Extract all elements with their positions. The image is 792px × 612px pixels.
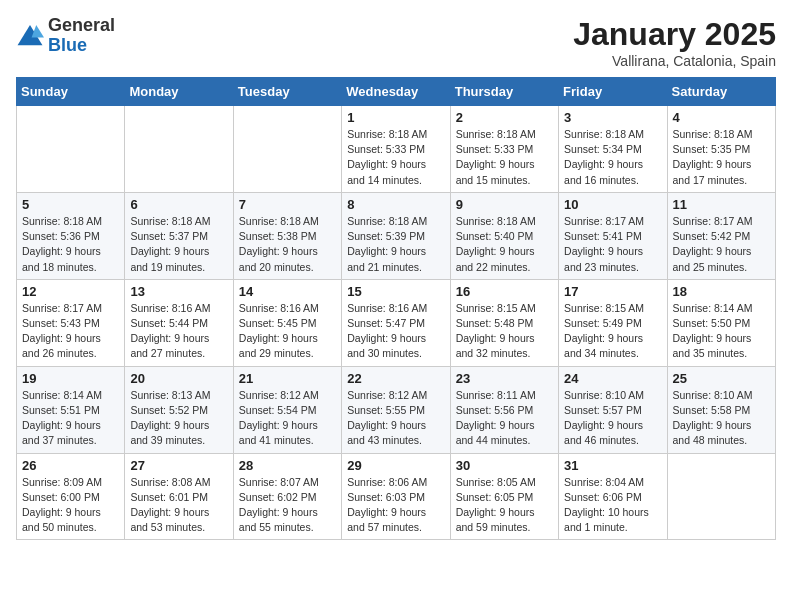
calendar-cell: 4Sunrise: 8:18 AM Sunset: 5:35 PM Daylig… bbox=[667, 106, 775, 193]
calendar-cell: 7Sunrise: 8:18 AM Sunset: 5:38 PM Daylig… bbox=[233, 192, 341, 279]
day-info: Sunrise: 8:12 AM Sunset: 5:54 PM Dayligh… bbox=[239, 388, 336, 449]
calendar-cell: 27Sunrise: 8:08 AM Sunset: 6:01 PM Dayli… bbox=[125, 453, 233, 540]
calendar-week-5: 26Sunrise: 8:09 AM Sunset: 6:00 PM Dayli… bbox=[17, 453, 776, 540]
day-number: 23 bbox=[456, 371, 553, 386]
day-number: 10 bbox=[564, 197, 661, 212]
day-number: 9 bbox=[456, 197, 553, 212]
day-info: Sunrise: 8:16 AM Sunset: 5:47 PM Dayligh… bbox=[347, 301, 444, 362]
weekday-header-monday: Monday bbox=[125, 78, 233, 106]
day-number: 25 bbox=[673, 371, 770, 386]
calendar-week-1: 1Sunrise: 8:18 AM Sunset: 5:33 PM Daylig… bbox=[17, 106, 776, 193]
day-info: Sunrise: 8:10 AM Sunset: 5:57 PM Dayligh… bbox=[564, 388, 661, 449]
calendar-cell: 25Sunrise: 8:10 AM Sunset: 5:58 PM Dayli… bbox=[667, 366, 775, 453]
day-number: 8 bbox=[347, 197, 444, 212]
weekday-header-sunday: Sunday bbox=[17, 78, 125, 106]
day-number: 19 bbox=[22, 371, 119, 386]
logo-text: General Blue bbox=[48, 16, 115, 56]
calendar-cell: 18Sunrise: 8:14 AM Sunset: 5:50 PM Dayli… bbox=[667, 279, 775, 366]
calendar-cell: 20Sunrise: 8:13 AM Sunset: 5:52 PM Dayli… bbox=[125, 366, 233, 453]
day-number: 20 bbox=[130, 371, 227, 386]
day-info: Sunrise: 8:05 AM Sunset: 6:05 PM Dayligh… bbox=[456, 475, 553, 536]
day-info: Sunrise: 8:14 AM Sunset: 5:51 PM Dayligh… bbox=[22, 388, 119, 449]
day-number: 27 bbox=[130, 458, 227, 473]
calendar-cell: 11Sunrise: 8:17 AM Sunset: 5:42 PM Dayli… bbox=[667, 192, 775, 279]
calendar-cell bbox=[17, 106, 125, 193]
day-number: 21 bbox=[239, 371, 336, 386]
calendar-cell: 29Sunrise: 8:06 AM Sunset: 6:03 PM Dayli… bbox=[342, 453, 450, 540]
calendar-cell: 13Sunrise: 8:16 AM Sunset: 5:44 PM Dayli… bbox=[125, 279, 233, 366]
day-info: Sunrise: 8:17 AM Sunset: 5:43 PM Dayligh… bbox=[22, 301, 119, 362]
day-info: Sunrise: 8:18 AM Sunset: 5:33 PM Dayligh… bbox=[456, 127, 553, 188]
day-info: Sunrise: 8:06 AM Sunset: 6:03 PM Dayligh… bbox=[347, 475, 444, 536]
day-number: 5 bbox=[22, 197, 119, 212]
day-number: 3 bbox=[564, 110, 661, 125]
calendar-cell: 14Sunrise: 8:16 AM Sunset: 5:45 PM Dayli… bbox=[233, 279, 341, 366]
day-info: Sunrise: 8:04 AM Sunset: 6:06 PM Dayligh… bbox=[564, 475, 661, 536]
day-number: 30 bbox=[456, 458, 553, 473]
day-info: Sunrise: 8:15 AM Sunset: 5:48 PM Dayligh… bbox=[456, 301, 553, 362]
calendar-table: SundayMondayTuesdayWednesdayThursdayFrid… bbox=[16, 77, 776, 540]
weekday-header-row: SundayMondayTuesdayWednesdayThursdayFrid… bbox=[17, 78, 776, 106]
day-info: Sunrise: 8:09 AM Sunset: 6:00 PM Dayligh… bbox=[22, 475, 119, 536]
day-info: Sunrise: 8:16 AM Sunset: 5:45 PM Dayligh… bbox=[239, 301, 336, 362]
logo: General Blue bbox=[16, 16, 115, 56]
day-number: 1 bbox=[347, 110, 444, 125]
calendar-cell bbox=[233, 106, 341, 193]
calendar-week-2: 5Sunrise: 8:18 AM Sunset: 5:36 PM Daylig… bbox=[17, 192, 776, 279]
calendar-cell: 21Sunrise: 8:12 AM Sunset: 5:54 PM Dayli… bbox=[233, 366, 341, 453]
day-info: Sunrise: 8:17 AM Sunset: 5:41 PM Dayligh… bbox=[564, 214, 661, 275]
day-info: Sunrise: 8:18 AM Sunset: 5:40 PM Dayligh… bbox=[456, 214, 553, 275]
day-number: 4 bbox=[673, 110, 770, 125]
calendar-cell: 6Sunrise: 8:18 AM Sunset: 5:37 PM Daylig… bbox=[125, 192, 233, 279]
calendar-cell: 30Sunrise: 8:05 AM Sunset: 6:05 PM Dayli… bbox=[450, 453, 558, 540]
day-number: 31 bbox=[564, 458, 661, 473]
calendar-week-3: 12Sunrise: 8:17 AM Sunset: 5:43 PM Dayli… bbox=[17, 279, 776, 366]
day-number: 13 bbox=[130, 284, 227, 299]
calendar-cell: 3Sunrise: 8:18 AM Sunset: 5:34 PM Daylig… bbox=[559, 106, 667, 193]
calendar-cell: 8Sunrise: 8:18 AM Sunset: 5:39 PM Daylig… bbox=[342, 192, 450, 279]
day-info: Sunrise: 8:07 AM Sunset: 6:02 PM Dayligh… bbox=[239, 475, 336, 536]
day-info: Sunrise: 8:18 AM Sunset: 5:34 PM Dayligh… bbox=[564, 127, 661, 188]
weekday-header-friday: Friday bbox=[559, 78, 667, 106]
calendar-cell: 1Sunrise: 8:18 AM Sunset: 5:33 PM Daylig… bbox=[342, 106, 450, 193]
calendar-body: 1Sunrise: 8:18 AM Sunset: 5:33 PM Daylig… bbox=[17, 106, 776, 540]
calendar-cell: 10Sunrise: 8:17 AM Sunset: 5:41 PM Dayli… bbox=[559, 192, 667, 279]
day-info: Sunrise: 8:10 AM Sunset: 5:58 PM Dayligh… bbox=[673, 388, 770, 449]
calendar-subtitle: Vallirana, Catalonia, Spain bbox=[573, 53, 776, 69]
calendar-week-4: 19Sunrise: 8:14 AM Sunset: 5:51 PM Dayli… bbox=[17, 366, 776, 453]
logo-icon bbox=[16, 22, 44, 50]
calendar-cell: 5Sunrise: 8:18 AM Sunset: 5:36 PM Daylig… bbox=[17, 192, 125, 279]
day-number: 29 bbox=[347, 458, 444, 473]
calendar-cell bbox=[125, 106, 233, 193]
day-number: 28 bbox=[239, 458, 336, 473]
day-info: Sunrise: 8:18 AM Sunset: 5:36 PM Dayligh… bbox=[22, 214, 119, 275]
day-info: Sunrise: 8:18 AM Sunset: 5:35 PM Dayligh… bbox=[673, 127, 770, 188]
weekday-header-thursday: Thursday bbox=[450, 78, 558, 106]
calendar-cell bbox=[667, 453, 775, 540]
day-info: Sunrise: 8:18 AM Sunset: 5:37 PM Dayligh… bbox=[130, 214, 227, 275]
day-number: 11 bbox=[673, 197, 770, 212]
day-number: 26 bbox=[22, 458, 119, 473]
day-number: 18 bbox=[673, 284, 770, 299]
calendar-cell: 31Sunrise: 8:04 AM Sunset: 6:06 PM Dayli… bbox=[559, 453, 667, 540]
day-number: 7 bbox=[239, 197, 336, 212]
day-number: 14 bbox=[239, 284, 336, 299]
header: General Blue January 2025 Vallirana, Cat… bbox=[16, 16, 776, 69]
day-info: Sunrise: 8:18 AM Sunset: 5:33 PM Dayligh… bbox=[347, 127, 444, 188]
day-info: Sunrise: 8:17 AM Sunset: 5:42 PM Dayligh… bbox=[673, 214, 770, 275]
day-info: Sunrise: 8:15 AM Sunset: 5:49 PM Dayligh… bbox=[564, 301, 661, 362]
calendar-cell: 9Sunrise: 8:18 AM Sunset: 5:40 PM Daylig… bbox=[450, 192, 558, 279]
day-number: 2 bbox=[456, 110, 553, 125]
weekday-header-tuesday: Tuesday bbox=[233, 78, 341, 106]
calendar-cell: 23Sunrise: 8:11 AM Sunset: 5:56 PM Dayli… bbox=[450, 366, 558, 453]
calendar-title: January 2025 bbox=[573, 16, 776, 53]
calendar-cell: 17Sunrise: 8:15 AM Sunset: 5:49 PM Dayli… bbox=[559, 279, 667, 366]
day-info: Sunrise: 8:18 AM Sunset: 5:38 PM Dayligh… bbox=[239, 214, 336, 275]
title-block: January 2025 Vallirana, Catalonia, Spain bbox=[573, 16, 776, 69]
day-info: Sunrise: 8:12 AM Sunset: 5:55 PM Dayligh… bbox=[347, 388, 444, 449]
day-info: Sunrise: 8:08 AM Sunset: 6:01 PM Dayligh… bbox=[130, 475, 227, 536]
day-info: Sunrise: 8:14 AM Sunset: 5:50 PM Dayligh… bbox=[673, 301, 770, 362]
day-number: 17 bbox=[564, 284, 661, 299]
calendar-cell: 15Sunrise: 8:16 AM Sunset: 5:47 PM Dayli… bbox=[342, 279, 450, 366]
day-info: Sunrise: 8:18 AM Sunset: 5:39 PM Dayligh… bbox=[347, 214, 444, 275]
